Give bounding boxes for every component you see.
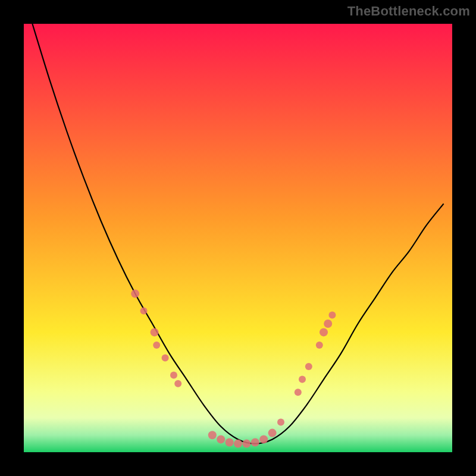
- highlighted-point: [174, 380, 181, 387]
- highlighted-point: [320, 328, 328, 336]
- highlighted-point: [328, 312, 336, 319]
- highlighted-point: [277, 419, 284, 426]
- highlighted-point: [259, 435, 268, 443]
- highlighted-point: [242, 440, 250, 448]
- highlighted-point: [170, 371, 177, 378]
- watermark-text: TheBottleneck.com: [347, 4, 470, 19]
- highlighted-point: [324, 320, 332, 328]
- gradient-background: [24, 24, 452, 452]
- highlighted-point: [140, 307, 148, 314]
- highlighted-point: [234, 440, 242, 448]
- highlighted-point: [305, 363, 312, 370]
- highlighted-point: [131, 290, 139, 298]
- chart-frame: TheBottleneck.com: [0, 0, 476, 476]
- highlighted-point: [153, 342, 160, 349]
- highlighted-point: [299, 376, 306, 383]
- highlighted-point: [217, 435, 225, 443]
- highlighted-point: [295, 389, 302, 396]
- highlighted-point: [151, 328, 159, 336]
- highlighted-point: [316, 342, 323, 349]
- highlighted-point: [251, 438, 259, 446]
- bottleneck-chart-svg: [24, 24, 452, 452]
- highlighted-point: [162, 355, 169, 362]
- plot-area: [24, 24, 452, 452]
- highlighted-point: [226, 438, 234, 446]
- highlighted-point: [208, 431, 217, 439]
- highlighted-point: [268, 429, 277, 437]
